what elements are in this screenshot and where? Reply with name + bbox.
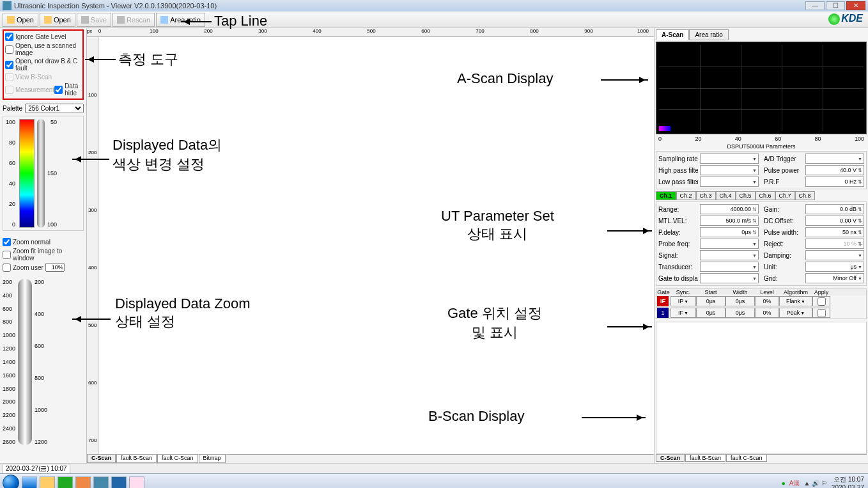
gate-if-width[interactable]: 0μs [725, 296, 755, 306]
taskbar-app-icon[interactable] [75, 476, 91, 489]
signal-select[interactable] [700, 250, 759, 260]
close-button[interactable]: ✕ [846, 1, 865, 10]
folder-icon [7, 16, 15, 24]
ascan-params-title: DSPUT5000M Parameters [656, 142, 867, 151]
gain-spin[interactable]: 0.0 dB [805, 204, 864, 214]
status-bar: 2020-03-27(금) 10:07 [0, 463, 868, 473]
gate-1-apply[interactable] [812, 308, 830, 318]
ignore-gate-checkbox[interactable] [5, 33, 13, 41]
lowpass-select[interactable] [700, 177, 759, 187]
tab-cscan[interactable]: C-Scan [87, 455, 116, 463]
rtab-fault-bscan[interactable]: fault B-Scan [685, 455, 725, 462]
gate-if-sync[interactable]: IP [670, 296, 696, 306]
tray-ime[interactable]: A漢 [789, 479, 800, 488]
horizontal-ruler: px 0 100 200 300 400 500 600 700 800 900… [87, 28, 654, 37]
right-bottom-tabs: C-Scan fault B-Scan fault C-Scan [656, 454, 867, 462]
dcoffset-spin[interactable]: 0.00 V [805, 216, 864, 226]
sampling-rate-select[interactable] [700, 153, 759, 164]
tab-ascan[interactable]: A-Scan [656, 29, 689, 40]
window-title: Ultrasonic Inspection System - Viewer V2… [14, 2, 217, 10]
gate-if-level[interactable]: 0% [755, 296, 779, 306]
zoom-block: Zoom normal Zoom fit image to window Zoo… [3, 237, 84, 272]
tab-area-ratio[interactable]: Area ratio [689, 29, 728, 40]
tab-ch4[interactable]: Ch.4 [716, 191, 736, 200]
tray-date: 2020-03-27 [832, 484, 864, 488]
taskbar-app3-icon[interactable] [111, 476, 127, 489]
scan-canvas[interactable] [98, 37, 654, 454]
rtab-fault-cscan[interactable]: fault C-Scan [726, 455, 767, 462]
gate-if-algo[interactable]: Flank [779, 296, 812, 306]
highpass-select[interactable] [700, 165, 759, 175]
taskbar-explorer-icon[interactable] [40, 476, 55, 489]
taskbar-excel-icon[interactable] [58, 476, 73, 489]
open-notdraw-checkbox[interactable] [5, 61, 13, 69]
tab-fault-bscan[interactable]: fault B-Scan [116, 455, 157, 463]
maximize-button[interactable]: ☐ [826, 1, 845, 10]
arrow-measure [85, 59, 116, 60]
unit-select[interactable]: μs [805, 262, 864, 272]
gate-row-1: 1 IF 0μs 0μs 0% Peak [656, 307, 866, 319]
minimize-button[interactable]: — [805, 1, 825, 10]
reject-spin[interactable]: 10 % [805, 239, 864, 249]
ad-trigger-select[interactable] [805, 153, 864, 164]
rescan-button[interactable]: Rescan [112, 13, 155, 27]
tab-ch7[interactable]: Ch.7 [775, 191, 795, 200]
zoom-user-value[interactable] [45, 263, 65, 272]
zoom-fit-checkbox[interactable] [3, 251, 11, 259]
rtab-cscan[interactable]: C-Scan [656, 455, 685, 462]
view-bscan-checkbox [5, 73, 13, 81]
tab-ch5[interactable]: Ch.5 [736, 191, 756, 200]
start-button[interactable] [3, 475, 19, 489]
arrow-zoom [72, 319, 111, 320]
palette-cylinder[interactable] [37, 119, 45, 228]
arrow-ascan [601, 79, 648, 81]
pulse-power-spin[interactable]: 40.0 V [805, 165, 864, 175]
arrow-tapline [181, 21, 212, 22]
view-bscan-label: View B-Scan [15, 74, 52, 81]
save-button[interactable]: Save [77, 13, 111, 27]
open-scanned-checkbox[interactable] [5, 45, 13, 54]
ascan-display[interactable] [656, 42, 867, 134]
damping-select[interactable] [805, 250, 864, 260]
gate-1-width[interactable]: 0μs [725, 308, 755, 318]
taskbar-paint-icon[interactable] [129, 476, 144, 489]
tray-icons[interactable]: ▲ 🔊 🏳 [803, 480, 827, 487]
gatedisplay-select[interactable] [700, 273, 759, 283]
gate-if-start[interactable]: 0μs [696, 296, 725, 306]
gate-1-start[interactable]: 0μs [696, 308, 725, 318]
tab-fault-cscan[interactable]: fault C-Scan [157, 455, 198, 463]
zoom-normal-checkbox[interactable] [3, 238, 11, 246]
zoom-cylinder[interactable] [18, 279, 32, 445]
gate-1-level[interactable]: 0% [755, 308, 779, 318]
tab-ch6[interactable]: Ch.6 [756, 191, 775, 200]
range-spin[interactable]: 4000.00 [700, 204, 759, 214]
folder-icon [44, 16, 52, 24]
gate-if-apply[interactable] [812, 296, 830, 306]
grid-select[interactable]: Minor Off [805, 273, 864, 283]
taskbar-app2-icon[interactable] [93, 476, 109, 489]
bscan-display[interactable] [656, 322, 867, 454]
gate-1-sync[interactable]: IF [670, 308, 696, 318]
zoom-cylinder-box: 2004006008001000120014001600180020002200… [3, 279, 84, 445]
zoom-user-checkbox[interactable] [3, 264, 11, 272]
open-button-2[interactable]: Open [40, 13, 75, 27]
tab-bitmap[interactable]: Bitmap [199, 455, 226, 463]
system-tray: ● A漢 ▲ 🔊 🏳 오전 10:07 2020-03-27 [782, 475, 864, 488]
pdelay-spin[interactable]: 0μs [700, 227, 759, 237]
tab-ch3[interactable]: Ch.3 [696, 191, 716, 200]
datahide-checkbox[interactable] [54, 86, 63, 94]
mtlvel-spin[interactable]: 500.0 m/s [700, 216, 759, 226]
pulsewidth-spin[interactable]: 50 ns [805, 227, 864, 237]
measurement-label: Measurement [15, 86, 54, 93]
tab-ch2[interactable]: Ch.2 [676, 191, 696, 200]
tab-ch1[interactable]: Ch.1 [656, 191, 676, 200]
probefreq-select[interactable] [700, 239, 759, 249]
prf-spin[interactable]: 0 Hz [805, 177, 864, 187]
taskbar-ie-icon[interactable] [22, 476, 37, 489]
tab-ch8[interactable]: Ch.8 [795, 191, 815, 200]
gate-1-algo[interactable]: Peak [779, 308, 812, 318]
taskbar: ● A漢 ▲ 🔊 🏳 오전 10:07 2020-03-27 [0, 473, 868, 488]
transducer-select[interactable] [700, 262, 759, 272]
palette-select[interactable]: 256 Color1 [25, 104, 84, 113]
open-button-1[interactable]: Open [3, 13, 38, 27]
